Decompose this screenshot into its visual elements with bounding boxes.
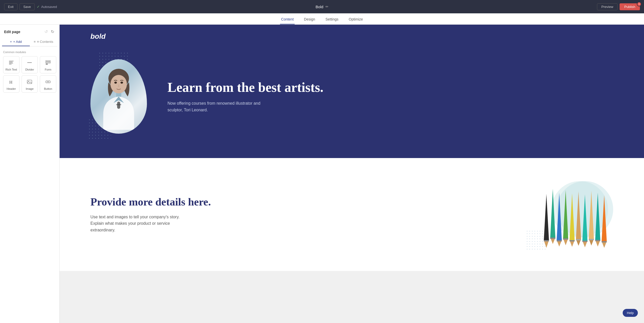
save-button[interactable]: Save — [20, 3, 35, 10]
content-image-wrapper — [526, 179, 613, 250]
undo-redo-controls: ↺ ↻ — [43, 29, 55, 35]
hero-image-wrapper — [90, 59, 147, 134]
exit-button[interactable]: Exit — [4, 3, 17, 10]
svg-rect-33 — [563, 238, 568, 240]
tab-design[interactable]: Design — [303, 15, 316, 24]
add-icon: + — [10, 40, 12, 44]
svg-rect-48 — [595, 240, 600, 241]
autosaved-indicator: ✓ Autosaved — [37, 5, 57, 9]
module-form[interactable]: Form — [40, 56, 56, 73]
sidebar: Edit page ↺ ↻ + + Add ≡ ≡ Contents Commo… — [0, 25, 60, 323]
autosaved-text: Autosaved — [41, 5, 57, 9]
page-title: Bold — [315, 5, 323, 9]
image-icon — [26, 79, 33, 86]
svg-rect-42 — [582, 241, 587, 242]
hero-content: Learn from the best artists. Now offerin… — [90, 59, 613, 134]
svg-rect-27 — [550, 238, 555, 239]
canvas: bold — [60, 25, 644, 323]
content-text: Provide more details here. Use text and … — [90, 195, 505, 233]
module-button-label: Button — [44, 87, 52, 90]
svg-rect-5 — [46, 61, 50, 62]
publish-button[interactable]: Publish 1 — [620, 3, 640, 10]
preview-button[interactable]: Preview — [597, 3, 618, 10]
svg-rect-9 — [27, 80, 32, 84]
sidebar-header: Edit page ↺ ↻ — [0, 25, 59, 38]
svg-rect-39 — [576, 239, 581, 240]
nav-tabs: Content Design Settings Optimize — [0, 13, 644, 25]
svg-rect-24 — [544, 240, 549, 241]
module-section: Common modules Rich Text — [0, 46, 59, 95]
module-button[interactable]: Button — [40, 75, 56, 93]
svg-rect-1 — [9, 62, 13, 62]
header-icon: H — [8, 79, 14, 86]
content-title: Provide more details here. — [90, 195, 505, 208]
svg-rect-12 — [47, 82, 49, 82]
hero-section: bold — [60, 25, 644, 158]
hero-subtitle: Now offering courses from renowned illus… — [167, 100, 265, 113]
sidebar-title: Edit page — [4, 30, 20, 34]
svg-rect-30 — [557, 240, 562, 241]
edit-icon[interactable]: ✏ — [325, 5, 329, 9]
module-rich-text-label: Rich Text — [5, 68, 17, 71]
content-body: Use text and images to tell your company… — [90, 214, 188, 233]
tab-content[interactable]: Content — [280, 15, 295, 24]
svg-rect-4 — [27, 62, 32, 63]
hero-logo: bold — [90, 32, 106, 41]
contents-tab[interactable]: ≡ ≡ Contents — [30, 38, 58, 46]
form-icon — [45, 60, 51, 66]
module-divider[interactable]: Divider — [22, 56, 38, 73]
svg-rect-51 — [602, 241, 607, 242]
svg-rect-2 — [9, 63, 13, 63]
module-rich-text[interactable]: Rich Text — [3, 56, 20, 73]
svg-rect-20 — [116, 104, 121, 105]
module-image-label: Image — [26, 87, 34, 90]
svg-rect-36 — [570, 240, 575, 241]
module-divider-label: Divider — [25, 68, 34, 71]
svg-rect-3 — [9, 64, 12, 64]
divider-icon — [26, 60, 33, 66]
hero-text: Learn from the best artists. Now offerin… — [167, 80, 323, 113]
module-image[interactable]: Image — [22, 75, 38, 93]
sidebar-tabs: + + Add ≡ ≡ Contents — [2, 38, 57, 46]
svg-rect-7 — [46, 64, 48, 65]
main-layout: Edit page ↺ ↻ + + Add ≡ ≡ Contents Commo… — [0, 25, 644, 323]
help-button[interactable]: Help — [623, 309, 638, 317]
svg-text:H: H — [9, 80, 13, 84]
module-section-title: Common modules — [3, 51, 56, 54]
module-form-label: Form — [45, 68, 51, 71]
svg-rect-45 — [589, 239, 594, 240]
topbar: Exit Save ✓ Autosaved Bold ✏ Preview Pub… — [0, 0, 644, 13]
content-section: Provide more details here. Use text and … — [60, 158, 644, 271]
topbar-left: Exit Save ✓ Autosaved — [4, 3, 57, 10]
topbar-right: Preview Publish 1 — [597, 3, 640, 10]
svg-marker-22 — [544, 194, 549, 240]
check-icon: ✓ — [37, 5, 40, 9]
publish-badge: 1 — [637, 2, 641, 6]
button-icon — [45, 79, 51, 86]
svg-point-18 — [120, 82, 123, 84]
hero-title: Learn from the best artists. — [167, 80, 323, 95]
svg-point-17 — [114, 82, 117, 84]
list-icon: ≡ — [34, 40, 36, 44]
undo-button[interactable]: ↺ — [43, 29, 49, 35]
svg-marker-25 — [550, 189, 555, 238]
svg-rect-6 — [46, 62, 50, 63]
module-header[interactable]: H Header — [3, 75, 20, 93]
add-tab[interactable]: + + Add — [2, 38, 30, 46]
pencils-illustration — [526, 179, 613, 250]
tab-settings[interactable]: Settings — [324, 15, 340, 24]
tab-optimize[interactable]: Optimize — [348, 15, 364, 24]
topbar-center: Bold ✏ — [315, 5, 328, 9]
module-header-label: Header — [7, 87, 16, 90]
redo-button[interactable]: ↻ — [50, 29, 55, 35]
svg-rect-0 — [9, 61, 14, 61]
module-grid: Rich Text Divider — [3, 56, 56, 93]
rich-text-icon — [8, 60, 14, 66]
